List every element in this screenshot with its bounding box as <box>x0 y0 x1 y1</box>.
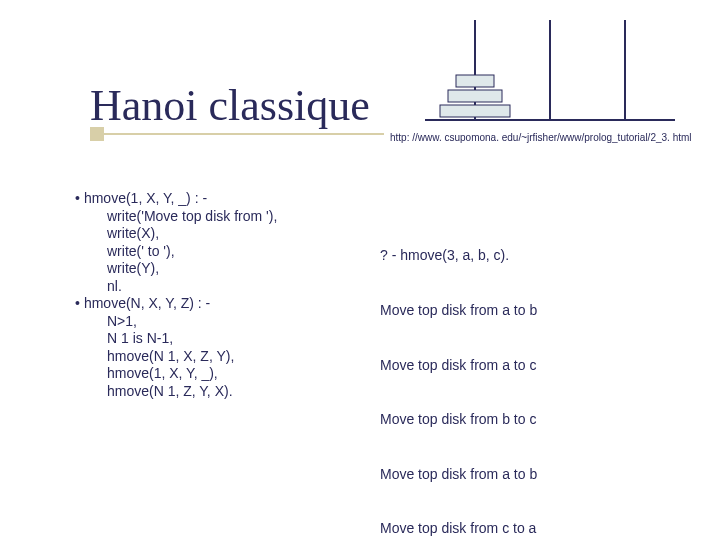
output-line: Move top disk from c to a <box>380 519 537 537</box>
output-line: Move top disk from a to b <box>380 465 537 483</box>
code-line: hmove(N 1, X, Z, Y), <box>75 348 277 366</box>
bullet-icon: • <box>75 190 80 208</box>
code-line: N 1 is N-1, <box>75 330 277 348</box>
code-line: • hmove(N, X, Y, Z) : - <box>75 295 277 313</box>
page-title: Hanoi classique <box>90 80 370 131</box>
output-line: Move top disk from a to b <box>380 301 537 319</box>
code-text: hmove(N, X, Y, Z) : - <box>84 295 210 313</box>
output-line: Move top disk from a to c <box>380 356 537 374</box>
source-url: http: //www. csupomona. edu/~jrfisher/ww… <box>390 132 692 143</box>
code-line: nl. <box>75 278 277 296</box>
title-accent-box <box>90 127 104 141</box>
code-line: • hmove(1, X, Y, _) : - <box>75 190 277 208</box>
svg-rect-5 <box>448 90 502 102</box>
output-line: Move top disk from b to c <box>380 410 537 428</box>
code-line: hmove(N 1, Z, Y, X). <box>75 383 277 401</box>
title-accent-line <box>104 133 384 135</box>
prolog-code-block: • hmove(1, X, Y, _) : - write('Move top … <box>75 190 277 400</box>
code-line: hmove(1, X, Y, _), <box>75 365 277 383</box>
code-line: write(X), <box>75 225 277 243</box>
svg-rect-4 <box>440 105 510 117</box>
code-line: write('Move top disk from '), <box>75 208 277 226</box>
code-text: hmove(1, X, Y, _) : - <box>84 190 207 208</box>
prolog-output-block: ? - hmove(3, a, b, c). Move top disk fro… <box>380 210 537 540</box>
output-query: ? - hmove(3, a, b, c). <box>380 246 537 264</box>
svg-rect-6 <box>456 75 494 87</box>
code-line: write(Y), <box>75 260 277 278</box>
hanoi-diagram <box>420 10 680 125</box>
bullet-icon: • <box>75 295 80 313</box>
code-line: N>1, <box>75 313 277 331</box>
code-line: write(' to '), <box>75 243 277 261</box>
slide: Hanoi classique http: //www. csupomona. … <box>0 0 720 540</box>
